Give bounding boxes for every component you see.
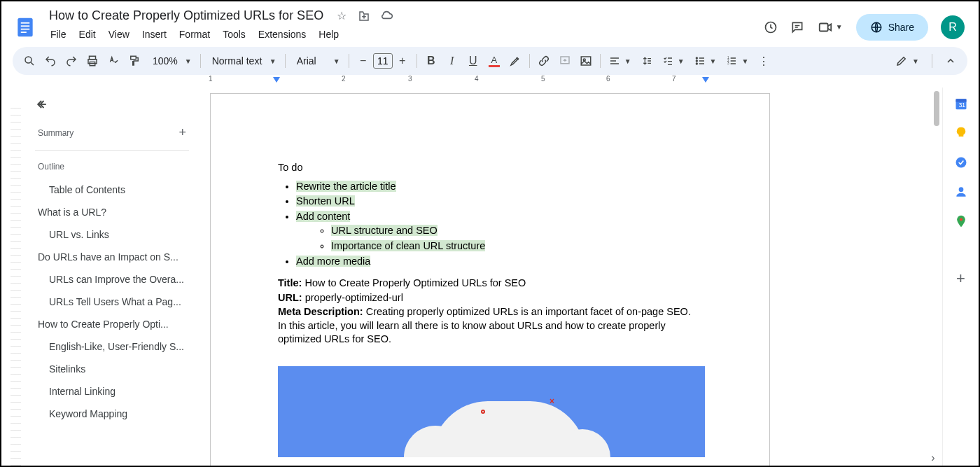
svg-marker-22 (273, 77, 280, 83)
collapse-toolbar-button[interactable] (941, 51, 960, 71)
meet-icon[interactable]: ▼ (817, 20, 844, 34)
horizontal-scroll-right-icon[interactable]: › (927, 453, 939, 463)
toolbar: 100%▼ Normal text▼ Arial▼ − + B I U A ▼ … (13, 47, 967, 75)
left-indent-marker[interactable] (273, 76, 280, 82)
menu-insert[interactable]: Insert (136, 26, 172, 43)
menu-format[interactable]: Format (174, 26, 216, 43)
svg-point-18 (696, 63, 697, 64)
menu-view[interactable]: View (103, 26, 135, 43)
globe-icon (870, 21, 883, 34)
horizontal-ruler[interactable]: 1 2 3 4 5 6 7 (195, 75, 944, 85)
fontsize-input[interactable] (373, 53, 393, 69)
outline-item[interactable]: URLs can Improve the Overa... (35, 268, 189, 291)
outline-item[interactable]: Sitelinks (35, 358, 189, 380)
outline-heading: Outline (35, 158, 189, 179)
outline-item[interactable]: URLs Tell Users What a Pag... (35, 291, 189, 313)
svg-rect-1 (21, 22, 29, 23)
contacts-icon[interactable] (953, 184, 969, 200)
redo-icon[interactable] (62, 51, 81, 71)
bold-button[interactable]: B (421, 51, 441, 71)
outline-item[interactable]: URL vs. Links (35, 223, 189, 246)
font-select[interactable]: Arial▼ (290, 55, 344, 67)
menu-extensions[interactable]: Extensions (253, 26, 312, 43)
chevron-down-icon: ▼ (836, 23, 843, 31)
outline-item[interactable]: Keyword Mapping (35, 403, 189, 425)
svg-text:31: 31 (958, 102, 965, 109)
add-addon-button[interactable]: + (953, 271, 969, 286)
add-summary-button[interactable]: + (178, 125, 186, 140)
checklist-button[interactable]: ▼ (658, 55, 689, 67)
svg-rect-3 (21, 28, 29, 29)
search-menu-icon[interactable] (20, 51, 39, 71)
vertical-ruler[interactable] (1, 88, 21, 466)
outline-panel: Summary + Outline Table of Contents What… (21, 88, 195, 466)
share-button[interactable]: Share (856, 14, 928, 41)
url-label: URL: (278, 292, 302, 303)
maps-icon[interactable] (953, 214, 969, 229)
history-icon[interactable] (764, 20, 778, 34)
numbered-list-button[interactable]: 123▼ (722, 55, 752, 67)
star-icon[interactable]: ☆ (335, 9, 349, 23)
document-title[interactable]: How to Create Properly Optimized URLs fo… (45, 7, 328, 25)
url-value: properly-optimized-url (302, 292, 403, 303)
cloud-status-icon[interactable] (379, 9, 393, 23)
insert-link-button[interactable] (534, 51, 554, 71)
chevron-down-icon: ▼ (333, 57, 340, 65)
undo-icon[interactable] (41, 51, 60, 71)
svg-marker-23 (702, 77, 709, 83)
tasks-icon[interactable] (953, 155, 969, 170)
text-color-button[interactable]: A (484, 51, 504, 71)
chevron-down-icon: ▼ (912, 57, 919, 65)
outline-item[interactable]: How to Create Properly Opti... (35, 313, 189, 335)
outline-item[interactable]: What is a URL? (35, 201, 189, 223)
menu-file[interactable]: File (45, 26, 72, 43)
title-value: How to Create Properly Optimized URLs fo… (302, 277, 526, 288)
right-indent-marker[interactable] (702, 76, 709, 82)
document-canvas[interactable]: To do Rewrite the article title Shorten … (195, 88, 942, 466)
menu-bar: File Edit View Insert Format Tools Exten… (45, 25, 757, 47)
align-button[interactable]: ▼ (605, 55, 636, 67)
outline-item[interactable]: English-Like, User-Friendly S... (35, 335, 189, 358)
todo-subitem: URL structure and SEO (331, 225, 438, 236)
print-icon[interactable] (83, 51, 102, 71)
insert-comment-button[interactable] (555, 51, 575, 71)
menu-help[interactable]: Help (313, 26, 344, 43)
menu-edit[interactable]: Edit (74, 26, 102, 43)
title-label: Title: (278, 277, 302, 288)
comments-icon[interactable] (790, 20, 804, 34)
todo-item: Rewrite the article title (296, 181, 396, 192)
avatar[interactable]: R (941, 15, 965, 39)
vertical-scrollbar-thumb[interactable] (934, 91, 939, 126)
highlight-button[interactable] (505, 51, 525, 71)
outline-item[interactable]: Do URLs have an Impact on S... (35, 246, 189, 268)
insert-image-button[interactable] (576, 51, 596, 71)
svg-rect-2 (21, 25, 29, 27)
bulleted-list-button[interactable]: ▼ (690, 55, 721, 67)
move-icon[interactable] (357, 9, 371, 23)
chevron-down-icon: ▼ (185, 57, 192, 65)
outline-item[interactable]: Internal Linking (35, 380, 189, 403)
fontsize-decrease-button[interactable]: − (354, 51, 373, 71)
todo-item: Add more media (296, 256, 370, 267)
close-outline-icon[interactable] (35, 96, 52, 113)
docs-logo[interactable] (13, 15, 38, 40)
fontsize-increase-button[interactable]: + (393, 51, 412, 71)
editing-mode-button[interactable]: ▼ (891, 55, 923, 67)
line-spacing-button[interactable] (637, 55, 657, 67)
svg-point-27 (955, 158, 966, 168)
zoom-select[interactable]: 100%▼ (146, 55, 196, 67)
keep-icon[interactable] (953, 125, 969, 141)
spellcheck-icon[interactable] (104, 51, 123, 71)
paragraph-style-select[interactable]: Normal text▼ (205, 55, 281, 67)
italic-button[interactable]: I (442, 51, 462, 71)
todo-item: Add content (296, 211, 350, 222)
menu-tools[interactable]: Tools (217, 26, 251, 43)
share-label: Share (888, 22, 914, 33)
chevron-down-icon: ▼ (710, 57, 717, 65)
calendar-icon[interactable]: 31 (953, 96, 969, 111)
underline-button[interactable]: U (463, 51, 483, 71)
outline-item[interactable]: Table of Contents (35, 179, 189, 201)
page[interactable]: To do Rewrite the article title Shorten … (210, 93, 770, 466)
paint-format-icon[interactable] (125, 51, 144, 71)
more-tools-button[interactable]: ⋮ (754, 51, 774, 71)
